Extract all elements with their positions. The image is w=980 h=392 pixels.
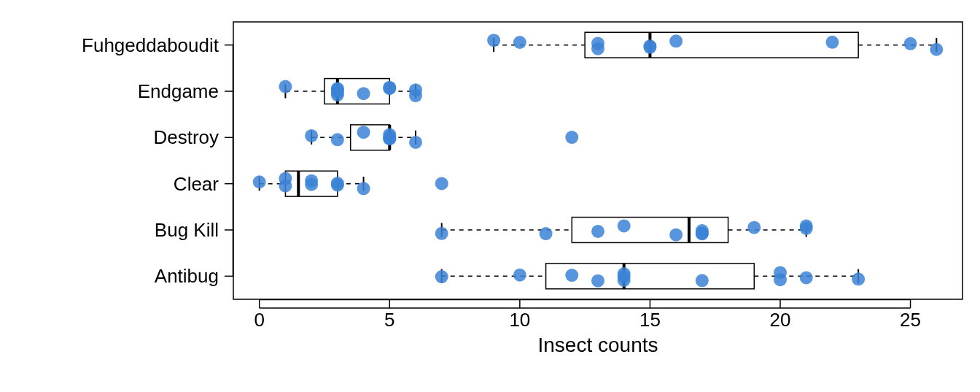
data-point <box>435 270 448 283</box>
data-point <box>618 270 631 283</box>
data-point <box>825 36 839 49</box>
data-point <box>435 177 448 190</box>
data-point <box>904 37 917 50</box>
data-point <box>409 136 422 149</box>
data-point <box>930 43 943 56</box>
data-point <box>279 172 292 185</box>
data-point <box>800 220 813 233</box>
data-point <box>852 272 865 285</box>
data-point <box>591 225 604 238</box>
y-category-label: Destroy <box>153 126 219 148</box>
data-point <box>643 41 656 54</box>
boxplot-chart: 0510152025Insect countsAntibugBug KillCl… <box>0 0 980 392</box>
data-point <box>357 126 370 139</box>
data-point <box>669 228 682 242</box>
y-category-label: Bug Kill <box>155 219 219 241</box>
data-point <box>331 133 344 146</box>
y-category-label: Fuhgeddaboudit <box>82 34 219 56</box>
data-point <box>540 227 553 240</box>
svg-rect-0 <box>233 22 962 299</box>
data-point <box>383 82 396 95</box>
data-point <box>696 274 709 287</box>
x-tick-label: 5 <box>384 309 394 331</box>
x-tick-label: 10 <box>509 309 530 331</box>
data-point <box>305 174 318 188</box>
data-point <box>591 36 604 50</box>
x-tick-label: 0 <box>254 309 264 331</box>
data-point <box>331 85 344 99</box>
data-point <box>279 80 292 93</box>
data-point <box>747 221 761 234</box>
x-tick-label: 20 <box>770 309 791 331</box>
data-point <box>487 34 500 47</box>
data-point <box>409 89 422 102</box>
data-point <box>618 219 631 232</box>
data-point <box>565 269 578 282</box>
data-point <box>383 131 396 144</box>
x-tick-label: 25 <box>900 309 921 331</box>
data-point <box>696 224 709 237</box>
data-point <box>774 273 787 286</box>
chart-svg: 0510152025Insect countsAntibugBug KillCl… <box>0 0 980 392</box>
data-point <box>669 34 682 47</box>
data-point <box>513 36 526 49</box>
y-category-label: Endgame <box>138 80 219 102</box>
svg-rect-50 <box>585 32 858 58</box>
data-point <box>357 87 370 100</box>
data-point <box>357 182 370 195</box>
data-point <box>305 129 318 142</box>
data-point <box>435 227 448 240</box>
y-category-label: Antibug <box>155 265 219 287</box>
data-point <box>331 177 344 190</box>
data-point <box>253 175 266 188</box>
x-tick-label: 15 <box>639 309 661 331</box>
data-point <box>800 271 813 284</box>
data-point <box>591 274 604 288</box>
y-category-label: Clear <box>174 173 219 195</box>
x-axis-title: Insect counts <box>538 334 658 356</box>
data-point <box>513 269 526 282</box>
data-point <box>565 131 578 144</box>
